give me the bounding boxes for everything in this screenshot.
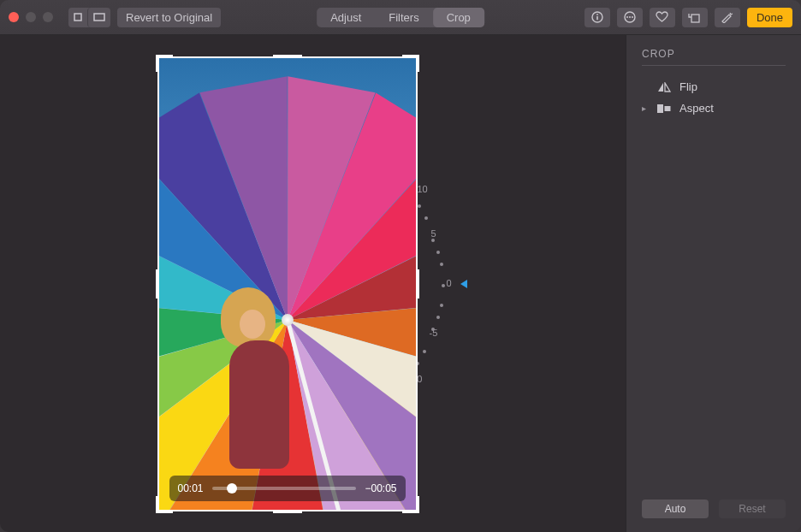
info-button[interactable] [584, 8, 610, 27]
more-button[interactable] [617, 8, 643, 27]
minimize-window-button[interactable] [26, 12, 36, 22]
revert-button[interactable]: Revert to Original [117, 8, 221, 27]
scrubber-track[interactable] [212, 487, 357, 490]
crop-handle-top[interactable] [273, 55, 302, 58]
auto-enhance-button[interactable] [715, 8, 740, 27]
flip-icon [657, 82, 671, 92]
aspect-label: Aspect [679, 102, 714, 115]
crop-handle-left[interactable] [156, 269, 159, 299]
scrubber-thumb[interactable] [227, 483, 237, 494]
subject-person [214, 287, 317, 484]
svg-rect-10 [657, 104, 663, 113]
svg-rect-1 [94, 14, 104, 21]
editing-canvas[interactable]: 10 5 0 -5 -10 [0, 35, 626, 532]
right-tool-cluster: Done [584, 8, 792, 27]
dial-pointer-icon [460, 280, 467, 288]
done-label: Done [756, 11, 783, 24]
zoom-window-button[interactable] [43, 12, 53, 22]
close-window-button[interactable] [9, 12, 19, 22]
svg-point-7 [629, 16, 631, 18]
rotation-dial[interactable]: 10 5 0 -5 -10 [416, 177, 570, 391]
dial-label: 0 [447, 278, 452, 288]
time-remaining: −00:05 [365, 482, 396, 494]
auto-button[interactable]: Auto [642, 499, 709, 518]
dial-label: -5 [430, 328, 438, 338]
done-button[interactable]: Done [747, 8, 792, 27]
tab-filters[interactable]: Filters [375, 8, 432, 27]
dial-label: 10 [418, 184, 428, 194]
reset-button[interactable]: Reset [719, 499, 786, 518]
crop-handle-top-right[interactable] [402, 55, 419, 72]
favorite-button[interactable] [650, 8, 675, 27]
titlebar: Revert to Original Adjust Filters Crop D… [0, 0, 801, 35]
sidebar-heading: CROP [642, 48, 786, 66]
dial-label: 5 [431, 228, 436, 239]
media-preview [157, 56, 418, 511]
rotate-button[interactable] [682, 8, 708, 27]
tab-crop[interactable]: Crop [433, 8, 484, 27]
svg-point-8 [632, 16, 633, 18]
svg-rect-0 [74, 14, 81, 21]
revert-label: Revert to Original [126, 11, 212, 24]
chevron-right-icon: ▸ [642, 103, 649, 113]
tab-adjust[interactable]: Adjust [317, 8, 375, 27]
zoom-large-icon[interactable] [87, 8, 110, 27]
crop-handle-right[interactable] [416, 269, 419, 299]
zoom-toggle[interactable] [68, 8, 110, 27]
svg-rect-4 [596, 14, 598, 15]
window-controls [9, 12, 53, 22]
svg-rect-9 [691, 15, 699, 22]
aspect-icon [657, 103, 671, 114]
zoom-small-icon[interactable] [68, 8, 87, 27]
crop-handle-bottom[interactable] [273, 510, 302, 513]
edit-mode-tabs: Adjust Filters Crop [317, 8, 484, 27]
aspect-row[interactable]: ▸ Aspect [642, 98, 786, 119]
crop-handle-top-left[interactable] [156, 55, 173, 72]
svg-rect-11 [665, 106, 671, 111]
crop-sidebar: CROP Flip ▸ Aspect Auto Reset [626, 35, 801, 532]
video-scrubber[interactable]: 00:01 −00:05 [169, 476, 406, 501]
svg-point-6 [626, 16, 628, 18]
crop-frame[interactable]: 00:01 −00:05 [157, 56, 418, 511]
time-elapsed: 00:01 [178, 482, 204, 494]
flip-label: Flip [679, 80, 697, 93]
flip-row[interactable]: Flip [642, 76, 786, 98]
sidebar-footer: Auto Reset [642, 499, 786, 518]
svg-rect-3 [596, 16, 598, 20]
